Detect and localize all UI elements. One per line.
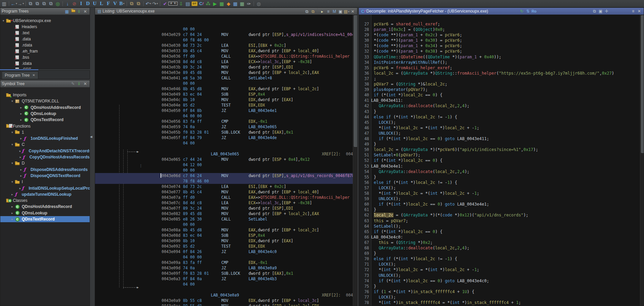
- asm-address[interactable]: 0043e059: [162, 124, 180, 130]
- asm-operand[interactable]: dword ptr [EBP + local_2c],EDX: [249, 303, 319, 306]
- listing-row[interactable]: 0043e0468b 45 d8MOVEAX,dword ptr [EBP + …: [95, 86, 357, 92]
- asm-bytes[interactable]: 8d 73 2c: [183, 184, 202, 189]
- listing-row[interactable]: 00 00: [95, 168, 357, 173]
- decompile-code-line[interactable]: if (*(int *)local_2c == 0) goto LAB_0043…: [374, 136, 489, 141]
- decompile-label-line[interactable]: LAB_0043e411:: [371, 98, 403, 103]
- decompile-code-line[interactable]: *(code **)(param_1 + 0x2c) = pcVar6;: [374, 32, 462, 38]
- asm-bytes[interactable]: 0f 84 79: [183, 135, 202, 140]
- symbol-tree-item-updatetunneldnslookup[interactable]: ▸ƒupdateTunnelDNSLookup: [0, 191, 90, 197]
- chevron-right-icon[interactable]: ▸: [19, 118, 23, 121]
- asm-bytes[interactable]: c7 44 24: [183, 157, 202, 162]
- chevron-down-icon[interactable]: ▾: [11, 180, 14, 184]
- asm-bytes[interactable]: 8d 73 2c: [183, 43, 202, 48]
- symbol-tree-item-qdnslookup[interactable]: ▸CQDnsLookup: [0, 210, 90, 216]
- asm-bytes[interactable]: 60 f8 46 00: [183, 37, 209, 43]
- asm-bytes[interactable]: 8b 10: [183, 238, 195, 244]
- decompile-code-line[interactable]: pQVar7 = (QString *)&local_2c;: [374, 81, 447, 87]
- symbol-tree-item-disposednsaddressrecords[interactable]: ▸ƒDIsposeDNSAddressRecords: [0, 167, 90, 173]
- asm-mnemonic[interactable]: JZ: [221, 249, 226, 254]
- chevron-right-icon[interactable]: ▸: [19, 168, 23, 171]
- binary-view-icon[interactable]: 10 01: [168, 1, 178, 7]
- asm-operand[interactable]: dword ptr [EAX],0x1: [249, 130, 293, 135]
- asm-mnemonic[interactable]: TEST: [221, 102, 231, 108]
- decompile-code-line[interactable]: QArrayData::deallocate(local_2c,2,4);: [374, 169, 470, 174]
- asm-address[interactable]: 0043e04e: [162, 102, 180, 108]
- asm-address[interactable]: 0043e029: [162, 32, 180, 37]
- asm-address[interactable]: 0043e049: [162, 92, 180, 97]
- menu-icon[interactable]: ≡: [630, 8, 636, 14]
- decompile-code-line[interactable]: else if (*(int *)local_2c != -1) {: [374, 256, 457, 262]
- asm-bytes[interactable]: 89 55 d8: [183, 303, 202, 306]
- asm-bytes[interactable]: 85 d2: [183, 244, 195, 249]
- asm-mnemonic[interactable]: CALL: [221, 54, 231, 59]
- asm-operand[interactable]: ECX=>local_3c,[EBP + -0x38]: [249, 59, 312, 64]
- asm-bytes[interactable]: c7 04 24: [183, 173, 202, 178]
- asm-address[interactable]: 0043e05f: [162, 135, 180, 140]
- symbol-tree-item-qdnslookup[interactable]: ▸CQDnsLookup: [0, 111, 90, 117]
- listing-row[interactable]: 0043e04c8b 10MOVEDX,dword ptr [EAX]: [95, 97, 357, 102]
- asm-bytes[interactable]: 8d 4d c8: [183, 200, 202, 206]
- asm-operand[interactable]: EDX,-0x1: [249, 260, 267, 265]
- asm-operand[interactable]: LAB_0043e0a9: [249, 265, 277, 271]
- program-tree-item--crt[interactable]: ◤.CRT: [0, 66, 90, 69]
- symbol-tree-item-i[interactable]: ▾I: [0, 179, 90, 185]
- program-tree-item--idata[interactable]: ◤.idata: [0, 60, 90, 66]
- symbol-tree-item-qdnstextrecord[interactable]: ▸CQDnsTextRecord: [0, 117, 90, 123]
- listing-row[interactable]: 78 f8 46 00: [95, 178, 357, 184]
- asm-bytes[interactable]: 8b 45 c4: [183, 189, 202, 195]
- chevron-right-icon[interactable]: ▸: [19, 187, 21, 190]
- asm-mnemonic[interactable]: SUB.LOCK: [221, 130, 240, 135]
- asm-address[interactable]: 0043e07f: [162, 206, 180, 211]
- decompile-view[interactable]: 2728293031323334353637383940414243444546…: [359, 15, 644, 306]
- asm-bytes[interactable]: f0 83 28 01: [183, 271, 209, 276]
- listing-scrollbar-thumb[interactable]: [354, 15, 357, 147]
- listing-row[interactable]: 0043e07f89 3c 24MOVdword ptr [ESP],EDI: [95, 206, 357, 211]
- asm-bytes[interactable]: 04 00 00: [183, 254, 202, 260]
- asm-operand[interactable]: dword ptr [ESP],EDI: [249, 206, 293, 211]
- asm-address[interactable]: 0043e07c: [162, 200, 180, 206]
- asm-bytes[interactable]: e8 26 30: [183, 216, 202, 222]
- bookmark-icon[interactable]: ◆: [225, 1, 232, 7]
- chevron-right-icon[interactable]: ▸: [19, 106, 23, 109]
- asm-bytes[interactable]: 83 ec 04: [183, 92, 202, 97]
- listing-row[interactable]: 0043e03b89 3c 24MOVdword ptr [ESP],EDI: [95, 64, 357, 70]
- decompile-header[interactable]: Cf Decompile: initAPlandMysteryPageFetch…: [359, 8, 644, 15]
- listing-row[interactable]: 0043e08289 45 d8MOVdword ptr [EBP + loca…: [95, 211, 357, 216]
- listing-row[interactable]: 04 00: [95, 282, 357, 287]
- asm-bytes[interactable]: 0f 84 0a: [183, 276, 202, 282]
- decompile-code-line[interactable]: local_2c = (QArrayData *)QString::fromAs…: [374, 71, 614, 76]
- asm-address[interactable]: 0043e065: [162, 157, 180, 162]
- asm-mnemonic[interactable]: SUB.LOCK: [221, 271, 240, 276]
- patch-up-icon[interactable]: ⧉: [34, 1, 41, 7]
- listing-row[interactable]: 60 f8 46 00: [95, 37, 357, 43]
- listing-view-icon[interactable]: ▤: [184, 1, 191, 7]
- asm-operand[interactable]: dword ptr [ESP],s_api/v1/dns_records_004…: [249, 173, 354, 178]
- listing-row[interactable]: 0043e09ff0 83 28 01SUB.LOCKdword ptr [EA…: [95, 271, 357, 276]
- markup-i-button[interactable]: I: [78, 1, 85, 7]
- listing-row[interactable]: 04 00: [95, 140, 357, 146]
- symbol-tree-item-d[interactable]: ▾D: [0, 160, 90, 166]
- asm-bytes[interactable]: 89 45 d8: [183, 70, 202, 75]
- decompile-code-line[interactable]: }: [374, 141, 376, 147]
- close-icon[interactable]: ✕: [350, 9, 356, 14]
- asm-operand[interactable]: EDX,-0x1: [249, 119, 267, 124]
- patch-down-icon[interactable]: ⧉: [41, 1, 48, 7]
- listing-row[interactable]: 0043e0ac89 55 d8MOVdword ptr [EBP + loca…: [95, 303, 357, 306]
- chevron-down-icon[interactable]: ▾: [11, 131, 14, 134]
- decompile-code-line[interactable]: SetLabel+8(pQVar7);: [374, 152, 420, 158]
- listing-row[interactable]: 0043e09d74 0aJZLAB_0043e0a9: [95, 265, 357, 271]
- asm-mnemonic[interactable]: MOV: [221, 64, 228, 70]
- asm-mnemonic[interactable]: JZ: [221, 265, 226, 271]
- asm-address[interactable]: 0043e04c: [162, 97, 180, 102]
- decompile-code-line[interactable]: UNLOCK();: [374, 305, 401, 306]
- asm-operand[interactable]: ESP,0x4: [249, 233, 265, 238]
- asm-label[interactable]: LAB_0043e065: [211, 151, 239, 157]
- asm-bytes[interactable]: 83 fa ff: [183, 119, 202, 124]
- listing-row[interactable]: 0043e0748d 73 2cLEAESI,[EBX + 0x2c]: [95, 184, 357, 189]
- decompile-code-line[interactable]: if (*(int *)local_2c == 0) goto LAB_0043…: [374, 202, 489, 207]
- refresh-icon[interactable]: ↻: [519, 8, 525, 14]
- asm-mnemonic[interactable]: CALL: [221, 195, 231, 200]
- undo-button-dropdown[interactable]: ▾: [150, 2, 151, 5]
- decompile-code-line[interactable]: LOCK();: [374, 120, 396, 125]
- listing-row[interactable]: 0043e085e8 26 30CALLSetLabel: [95, 216, 357, 222]
